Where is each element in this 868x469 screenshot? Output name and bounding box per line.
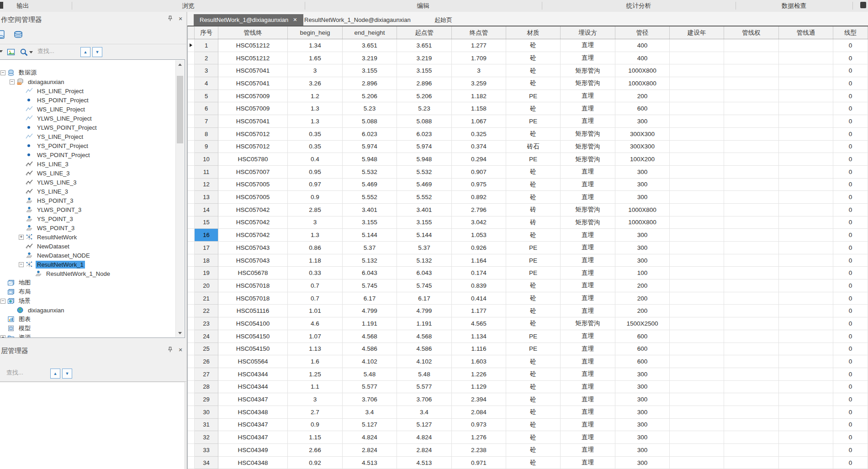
cell-终点管[interactable]: 0.174 — [452, 267, 506, 279]
cell-材质[interactable]: 砖 — [506, 216, 561, 229]
cell-终点管[interactable]: 1.709 — [452, 52, 506, 65]
cell-begin_heig[interactable]: 1.07 — [288, 330, 343, 343]
cell-埋设方[interactable]: 直埋 — [561, 431, 615, 444]
cell-线型[interactable]: 0 — [833, 343, 868, 356]
cell-终点管[interactable]: 1.164 — [452, 254, 506, 267]
cell-end_height[interactable]: 5.088 — [343, 115, 397, 128]
snapshot-image-icon[interactable] — [6, 47, 16, 57]
cell-材质[interactable]: 砼 — [506, 229, 561, 242]
cell-管线终[interactable]: HSC057041 — [218, 115, 288, 128]
record-indicator-cell[interactable] — [188, 102, 195, 115]
cell-终点管[interactable]: 0.975 — [452, 179, 506, 191]
row-number-cell[interactable]: 4 — [195, 77, 218, 90]
row-number-cell[interactable]: 14 — [195, 204, 218, 216]
tab-start-page[interactable]: 起始页 — [429, 14, 458, 26]
cell-begin_heig[interactable]: 1.3 — [288, 102, 343, 115]
cell-建设年[interactable] — [670, 39, 724, 52]
cell-管线权[interactable] — [724, 115, 779, 128]
cell-管线权[interactable] — [724, 292, 779, 305]
record-indicator-cell[interactable] — [188, 393, 195, 406]
cell-begin_heig[interactable]: 1.15 — [288, 431, 343, 444]
record-indicator-cell[interactable] — [188, 166, 195, 179]
row-number-cell[interactable]: 31 — [195, 419, 218, 432]
tree-item-resultnetwork[interactable]: +ResultNetWork — [0, 232, 175, 242]
expander-minus-icon[interactable]: − — [10, 79, 15, 84]
cell-材质[interactable]: 砼 — [506, 317, 561, 330]
cell-管径[interactable]: 200 — [615, 279, 670, 292]
cell-end_height[interactable]: 4.824 — [343, 431, 397, 444]
cell-管线权[interactable] — [724, 102, 779, 115]
cell-建设年[interactable] — [670, 431, 724, 444]
cell-begin_heig[interactable]: 0.35 — [288, 128, 343, 141]
cell-建设年[interactable] — [670, 343, 724, 356]
cell-管径[interactable]: 300 — [615, 242, 670, 254]
cell-建设年[interactable] — [670, 52, 724, 65]
cell-管径[interactable]: 300 — [615, 431, 670, 444]
cell-起点管[interactable]: 5.132 — [397, 254, 452, 267]
cell-管径[interactable]: 1500X2500 — [615, 317, 670, 330]
cell-管线终[interactable]: HSC057041 — [218, 64, 288, 77]
row-number-cell[interactable]: 25 — [195, 343, 218, 356]
ribbon-tab-statistics[interactable]: 统计分析 — [621, 0, 656, 12]
cell-材质[interactable]: PE — [506, 115, 561, 128]
cell-终点管[interactable]: 0.839 — [452, 279, 506, 292]
tree-item-dixiagaunxian[interactable]: −UDBdixiagaunxian — [0, 77, 175, 86]
cell-材质[interactable]: 砼 — [506, 431, 561, 444]
cell-管线通[interactable] — [779, 368, 833, 381]
cell-起点管[interactable]: 5.948 — [397, 153, 452, 166]
column-header-管线权[interactable]: 管线权 — [724, 26, 779, 39]
cell-终点管[interactable]: 1.067 — [452, 115, 506, 128]
tree-item-ys-point-project[interactable]: YS_POINT_Project — [0, 141, 175, 150]
cell-管径[interactable]: 100 — [615, 267, 670, 279]
cell-起点管[interactable]: 3.401 — [397, 204, 452, 216]
record-indicator-cell[interactable] — [188, 343, 195, 356]
cell-begin_heig[interactable]: 1.25 — [288, 368, 343, 381]
cell-材质[interactable]: 砼 — [506, 279, 561, 292]
cell-管线权[interactable] — [724, 64, 779, 77]
cell-end_height[interactable]: 5.48 — [343, 368, 397, 381]
cell-begin_heig[interactable]: 0.9 — [288, 191, 343, 204]
cell-线型[interactable]: 0 — [833, 457, 868, 469]
row-number-cell[interactable]: 2 — [195, 52, 218, 65]
record-indicator-cell[interactable] — [188, 128, 195, 141]
column-header-建设年[interactable]: 建设年 — [670, 26, 724, 39]
cell-begin_heig[interactable]: 3.26 — [288, 77, 343, 90]
cell-材质[interactable]: PE — [506, 242, 561, 254]
cell-线型[interactable]: 0 — [833, 77, 868, 90]
cell-管线终[interactable]: HSC057018 — [218, 292, 288, 305]
record-indicator-cell[interactable] — [188, 39, 195, 52]
cell-建设年[interactable] — [670, 457, 724, 469]
cell-管线通[interactable] — [779, 242, 833, 254]
cell-管线权[interactable] — [724, 343, 779, 356]
cell-终点管[interactable]: 0.971 — [452, 457, 506, 469]
cell-end_height[interactable]: 5.37 — [343, 242, 397, 254]
record-indicator-cell[interactable] — [188, 204, 195, 216]
cell-管线通[interactable] — [779, 52, 833, 65]
record-indicator-cell[interactable] — [188, 279, 195, 292]
column-header-管径[interactable]: 管径 — [615, 26, 670, 39]
cell-begin_heig[interactable]: 1.1 — [288, 381, 343, 394]
row-number-cell[interactable]: 3 — [195, 64, 218, 77]
cell-建设年[interactable] — [670, 444, 724, 457]
cell-线型[interactable]: 0 — [833, 368, 868, 381]
cell-材质[interactable]: PE — [506, 254, 561, 267]
cell-管线终[interactable]: HSC04347 — [218, 419, 288, 432]
record-indicator-cell[interactable] — [188, 242, 195, 254]
row-number-cell[interactable]: 13 — [195, 191, 218, 204]
workspace-search-input[interactable] — [37, 47, 79, 55]
cell-管径[interactable]: 1000X800 — [615, 77, 670, 90]
record-indicator-cell[interactable] — [188, 431, 195, 444]
cell-管线终[interactable]: HSC057018 — [218, 279, 288, 292]
cell-管线通[interactable] — [779, 64, 833, 77]
cell-建设年[interactable] — [670, 128, 724, 141]
cell-管线权[interactable] — [724, 229, 779, 242]
cell-end_height[interactable]: 3.706 — [343, 393, 397, 406]
record-indicator-cell[interactable] — [188, 355, 195, 368]
workspace-file-icon[interactable] — [0, 29, 6, 40]
cell-管线权[interactable] — [724, 368, 779, 381]
cell-end_height[interactable]: 4.513 — [343, 457, 397, 469]
tree-item-hs-point-project[interactable]: HS_POINT_Project — [0, 95, 175, 105]
cell-管径[interactable]: 300 — [615, 381, 670, 394]
cell-建设年[interactable] — [670, 64, 724, 77]
column-header-管线终[interactable]: 管线终 — [218, 26, 288, 39]
